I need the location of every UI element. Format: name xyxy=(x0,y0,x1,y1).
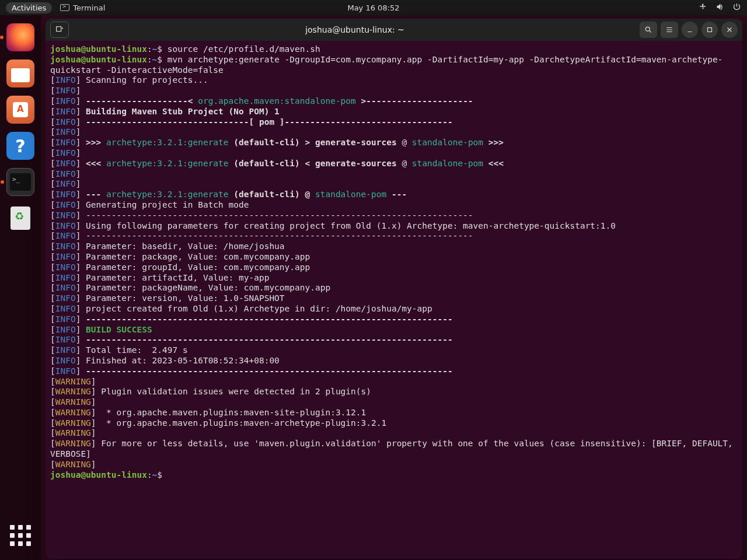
activities-button[interactable]: Activities xyxy=(6,2,52,13)
volume-icon[interactable] xyxy=(715,2,724,13)
ubuntu-dock: ? xyxy=(0,15,41,560)
dock-app-trash[interactable] xyxy=(6,204,34,232)
window-titlebar[interactable]: joshua@ubuntu-linux: ~ xyxy=(46,19,742,41)
topbar-clock[interactable]: May 16 08:52 xyxy=(347,4,399,12)
dock-app-firefox[interactable] xyxy=(6,23,34,51)
gnome-topbar: Activities Terminal May 16 08:52 xyxy=(0,0,747,15)
prompt-userhost: joshua@ubuntu-linux xyxy=(50,44,147,54)
window-title: joshua@ubuntu-linux: ~ xyxy=(74,25,636,34)
hamburger-menu-button[interactable] xyxy=(661,22,678,38)
terminal-mini-icon xyxy=(60,4,69,11)
dock-app-terminal[interactable] xyxy=(6,168,34,196)
svg-rect-1 xyxy=(708,28,712,32)
maximize-button[interactable] xyxy=(701,22,718,38)
svg-point-0 xyxy=(645,27,650,31)
minimize-button[interactable] xyxy=(682,22,698,38)
network-icon[interactable] xyxy=(699,2,707,13)
command-1: source /etc/profile.d/maven.sh xyxy=(167,44,320,54)
dock-app-help[interactable]: ? xyxy=(6,132,34,160)
build-success: BUILD SUCCESS xyxy=(81,325,152,334)
dock-app-files[interactable] xyxy=(6,60,34,88)
terminal-window: joshua@ubuntu-linux: ~ joshua@ubuntu-lin… xyxy=(46,19,742,559)
topbar-app-indicator[interactable]: Terminal xyxy=(60,4,105,12)
cursor[interactable] xyxy=(162,470,167,480)
dock-app-software[interactable] xyxy=(6,96,34,124)
search-button[interactable] xyxy=(640,22,657,38)
topbar-app-label: Terminal xyxy=(73,4,105,12)
terminal-output[interactable]: joshua@ubuntu-linux:~$ source /etc/profi… xyxy=(46,41,742,559)
new-tab-button[interactable] xyxy=(50,22,69,38)
power-icon[interactable] xyxy=(732,2,741,13)
show-applications-button[interactable] xyxy=(9,524,32,547)
close-button[interactable] xyxy=(721,22,738,38)
